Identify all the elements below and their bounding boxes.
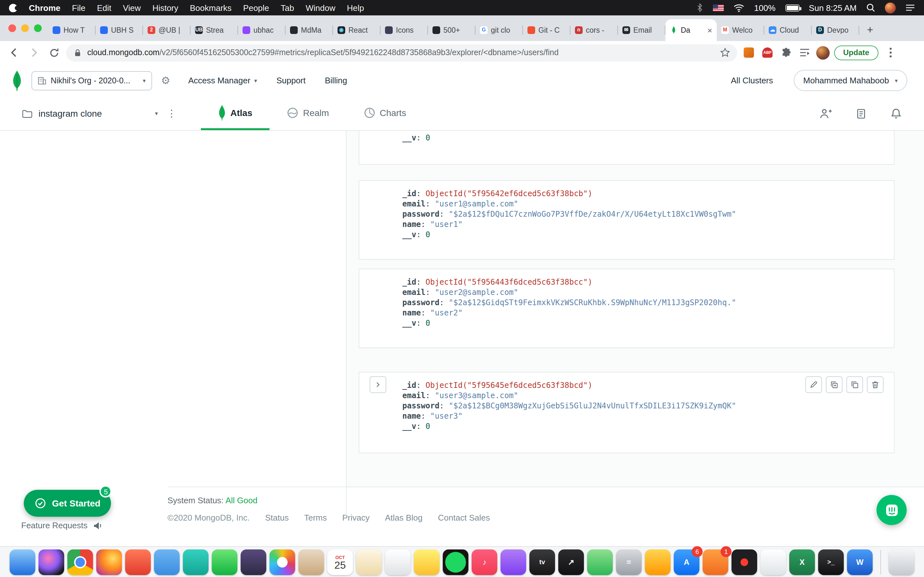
dock-icon-firefox[interactable] [96,549,122,575]
dock-icon-screenshot[interactable] [645,549,670,575]
project-options-kebab-icon[interactable]: ⋮ [167,108,176,119]
back-button[interactable] [6,45,22,60]
dock-icon-music[interactable]: ♪ [472,549,497,575]
dock-icon-terminal[interactable]: >_ [818,549,844,575]
menu-app-name[interactable]: Chrome [29,3,60,13]
browser-tab-active[interactable]: Da × [666,19,717,41]
document-card-hovered[interactable]: _id: ObjectId("5f95645ef6dced5c63f38bcd"… [359,372,895,453]
browser-tab[interactable]: UBH S [95,19,143,41]
footer-link-contact-sales[interactable]: Contact Sales [438,513,490,522]
browser-tab[interactable]: ☁Cloud [764,19,812,41]
metamask-extension-icon[interactable] [742,45,756,60]
dock-icon-photos[interactable] [270,549,295,575]
apple-icon[interactable] [9,3,17,12]
dock-icon-excel[interactable]: X [789,549,815,575]
browser-menu-kebab-icon[interactable] [883,45,898,60]
dock-icon-calculator[interactable]: = [616,549,642,575]
adblock-extension-icon[interactable]: ABP [760,45,774,60]
browser-tab[interactable]: 500+ [428,19,475,41]
address-bar[interactable]: cloud.mongodb.com/v2/5f6560f45162505300c… [66,44,737,61]
access-manager-menu[interactable]: Access Manager▾ [188,76,257,85]
menu-item-tab[interactable]: Tab [281,3,294,13]
chrome-update-button[interactable]: Update [834,45,878,60]
dock-icon-brave[interactable] [125,549,151,575]
menu-item-window[interactable]: Window [306,3,336,13]
browser-tab[interactable]: Icons [381,19,428,41]
browser-tab[interactable]: MdMa [286,19,333,41]
browser-tab[interactable]: Ggit clo [475,19,523,41]
footer-link-terms[interactable]: Terms [304,513,327,522]
menubar-clock[interactable]: Sun 8:25 AM [809,3,857,13]
browser-tab[interactable]: ubhac [238,19,286,41]
url-text[interactable]: cloud.mongodb.com/v2/5f6560f45162505300c… [87,48,715,57]
menubar-avatar[interactable] [885,2,896,13]
document-card[interactable]: _id: ObjectId("5f956443f6dced5c63f38bcc"… [359,269,895,348]
dock-icon-textedit[interactable] [385,549,411,575]
menu-item-edit[interactable]: Edit [97,3,111,13]
dock-icon-podcasts[interactable] [501,549,526,575]
browser-tab[interactable]: ✉Email [618,19,666,41]
dock-icon-apple-tv[interactable]: tv [529,549,555,575]
dock-icon-notes[interactable] [356,549,382,575]
all-clusters-link[interactable]: All Clusters [731,76,773,85]
extensions-puzzle-icon[interactable] [779,45,793,60]
browser-tab[interactable]: UBStrea [191,19,238,41]
tab-queue-extension-icon[interactable] [798,45,812,60]
dock-icon-clock[interactable]: 1 [703,549,728,575]
dock-icon-notability[interactable] [298,549,324,575]
dock-icon-calendar[interactable]: OCT 25 [327,549,353,575]
menu-item-view[interactable]: View [123,3,141,13]
dock-icon-sketch[interactable] [183,549,208,575]
dock-icon-acrobat[interactable] [732,549,757,575]
dock-icon-chrome[interactable] [67,549,93,575]
forward-button[interactable] [26,45,42,60]
tab-charts[interactable]: Charts [346,97,423,130]
notification-center-icon[interactable] [905,4,915,11]
menu-item-help[interactable]: Help [347,3,364,13]
get-started-button[interactable]: Get Started 5 [24,490,111,517]
tab-realm[interactable]: Realm [270,97,346,130]
expand-document-button[interactable] [370,376,386,393]
dock-icon-spotify[interactable] [443,549,468,575]
invite-user-icon[interactable] [819,107,832,119]
tab-atlas[interactable]: Atlas [201,97,270,130]
close-tab-icon[interactable]: × [708,26,712,34]
new-tab-button[interactable]: + [862,22,879,39]
system-status-value[interactable]: All Good [226,496,258,505]
bookmark-star-icon[interactable] [720,47,730,58]
dock-icon-stickies[interactable] [414,549,439,575]
ssl-lock-icon[interactable] [73,48,82,57]
dock-icon-stocks[interactable]: ↗ [558,549,584,575]
footer-link-atlas-blog[interactable]: Atlas Blog [385,513,423,522]
activity-feed-icon[interactable] [855,107,867,119]
bluetooth-icon[interactable] [696,3,704,12]
menu-item-people[interactable]: People [243,3,269,13]
browser-tab[interactable]: MWelco [717,19,764,41]
dock-icon-github-desktop[interactable] [241,549,266,575]
dock-icon-app-store[interactable]: A6 [674,549,699,575]
dock-icon-siri[interactable] [39,549,64,575]
delete-document-button[interactable] [867,376,884,393]
profile-avatar[interactable] [816,46,830,59]
reload-button[interactable] [46,45,61,60]
input-language-flag-icon[interactable] [713,4,724,11]
feature-requests-link[interactable]: Feature Requests [21,521,103,530]
clone-document-button[interactable] [826,376,843,393]
dock-icon-downloads-folder[interactable] [154,549,180,575]
browser-tab[interactable]: 2@UB | [143,19,191,41]
alerts-bell-icon[interactable] [890,107,902,119]
footer-link-status[interactable]: Status [265,513,289,522]
org-settings-gear-icon[interactable]: ⚙ [161,75,170,85]
org-selector[interactable]: Nikhil's Org - 2020-0... ▾ [31,71,152,90]
dock-icon-preview[interactable] [760,549,786,575]
dock-icon-trash[interactable] [889,549,914,575]
browser-tab[interactable]: ncors - [570,19,618,41]
dock-icon-messages[interactable] [212,549,237,575]
dock-icon-word[interactable]: W [847,549,873,575]
support-link[interactable]: Support [276,76,305,85]
browser-tab[interactable]: Git - C [523,19,570,41]
browser-tab[interactable]: DDevpo [812,19,859,41]
close-window-button[interactable] [8,24,16,32]
edit-document-button[interactable] [805,376,822,393]
browser-tab[interactable]: How T [48,19,95,41]
